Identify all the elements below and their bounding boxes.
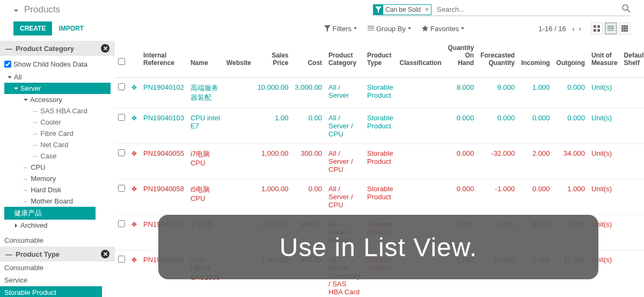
cell-class [396, 144, 444, 179]
drag-handle-icon[interactable]: ✥ [131, 221, 137, 228]
row-checkbox[interactable] [118, 256, 125, 263]
col-cat[interactable]: Product Category [325, 41, 364, 78]
import-button[interactable]: IMPORT [58, 25, 84, 32]
table-row[interactable]: ✥PN19040102高端服务器装配10,000.003,000.00All /… [115, 78, 644, 108]
cell-cat[interactable]: All / Server [325, 78, 364, 108]
breadcrumb-toggle-icon[interactable] [13, 7, 19, 12]
cell-type: Storable Product [364, 144, 396, 179]
group-by-button[interactable]: Group By [368, 25, 411, 33]
pt-storable[interactable]: Storable Product [0, 286, 102, 297]
col-sales[interactable]: Sales Price [254, 41, 292, 78]
col-uom[interactable]: Unit of Measure [588, 41, 621, 78]
cell-fq: -32.000 [477, 144, 518, 179]
svg-rect-4 [594, 29, 596, 32]
cell-class [396, 179, 444, 215]
table-row[interactable]: ✥PN19040055i7电脑CPU1,000.00300.00All / Se… [115, 144, 644, 179]
col-type[interactable]: Product Type [364, 41, 396, 78]
row-checkbox[interactable] [118, 149, 125, 156]
search-icon[interactable] [622, 4, 631, 15]
search-input[interactable] [435, 3, 622, 16]
cell-cost: 300.00 [291, 144, 325, 179]
row-checkbox[interactable] [118, 185, 125, 192]
cell-class [396, 78, 444, 108]
category-consumable[interactable]: Consumable [0, 234, 115, 247]
cell-qoh: 0.000 [445, 144, 478, 179]
cell-ref[interactable]: PN19040055 [140, 144, 187, 179]
tree-hard-disk[interactable]: Hard Disk [4, 184, 111, 195]
col-ref[interactable]: Internal Reference [140, 41, 187, 78]
pager-next-icon[interactable]: › [579, 25, 581, 33]
cell-fq: -1.000 [477, 179, 518, 215]
cell-website [223, 108, 254, 144]
col-name[interactable]: Name [187, 41, 223, 78]
cell-cat[interactable]: All / Server / CPU [325, 179, 364, 215]
col-cost[interactable]: Cost [291, 41, 325, 78]
table-row[interactable]: ✥PN19040058i5电脑CPU1,000.000.00All / Serv… [115, 179, 644, 215]
col-out[interactable]: Outgoing [553, 41, 588, 78]
cell-in: 0.000 [518, 179, 553, 215]
table-row[interactable]: ✥PN19040103CPU intel E71.000.00All / Ser… [115, 108, 644, 144]
close-panel-icon[interactable]: ✕ [101, 44, 109, 53]
product-type-panel-header[interactable]: — Product Type ✕ [0, 247, 115, 262]
tree-mother-board[interactable]: Mother Board [4, 195, 111, 207]
cell-name[interactable]: i5电脑CPU [187, 179, 223, 215]
tree-case[interactable]: Case [4, 150, 111, 162]
drag-handle-icon[interactable]: ✥ [131, 150, 137, 157]
favorites-button[interactable]: Favorites [422, 25, 464, 33]
tree-health[interactable]: 健康产品 [4, 207, 96, 220]
col-website[interactable]: Website [223, 41, 254, 78]
svg-rect-9 [621, 27, 624, 30]
tree-accessory[interactable]: Accessory [4, 94, 111, 105]
cell-ref[interactable]: PN19040058 [140, 179, 187, 215]
svg-rect-8 [626, 25, 628, 27]
pt-consumable[interactable]: Consumable [0, 262, 115, 274]
tree-cooler[interactable]: Cooler [4, 117, 111, 128]
search-filter-tag[interactable]: Can be Sold × [373, 4, 431, 15]
cell-name[interactable]: i7电脑CPU [187, 144, 223, 179]
svg-rect-6 [621, 25, 624, 27]
drag-handle-icon[interactable]: ✥ [131, 256, 137, 264]
cell-name[interactable]: CPU intel E7 [187, 108, 223, 144]
cell-type: Storable Product [364, 78, 396, 108]
grid-view-button[interactable] [619, 23, 631, 34]
tree-server[interactable]: Server [4, 83, 111, 94]
cell-cat[interactable]: All / Server / CPU [325, 144, 364, 179]
col-shelf[interactable]: Default Shelf [621, 41, 644, 78]
cell-ref[interactable]: PN19040102 [140, 78, 187, 108]
row-checkbox[interactable] [118, 114, 125, 121]
cell-cat[interactable]: All / Server / CPU [325, 108, 364, 144]
drag-handle-icon[interactable]: ✥ [131, 185, 137, 193]
tree-sas-hba[interactable]: SAS HBA Card [4, 105, 111, 117]
cell-ref[interactable]: PN19040103 [140, 108, 187, 144]
remove-filter-icon[interactable]: × [423, 6, 431, 13]
filters-button[interactable]: Filters [324, 25, 357, 33]
cell-name[interactable]: 高端服务器装配 [187, 78, 223, 108]
tree-netcard[interactable]: Net Card [4, 139, 111, 150]
create-button[interactable]: CREATE [13, 21, 52, 35]
pt-service[interactable]: Service [0, 274, 115, 286]
cell-sales: 1,000.00 [254, 179, 292, 215]
show-child-checkbox[interactable]: Show Child Nodes Data [4, 59, 111, 71]
tree-fibre[interactable]: Fibre Card [4, 128, 111, 139]
product-category-panel-header[interactable]: — Product Category ✕ [0, 41, 115, 56]
pager-prev-icon[interactable]: ‹ [572, 25, 574, 33]
close-panel-icon[interactable]: ✕ [101, 250, 109, 258]
drag-handle-icon[interactable]: ✥ [131, 84, 137, 91]
tree-cpu[interactable]: CPU [4, 162, 111, 173]
search-bar[interactable]: Can be Sold × [373, 3, 631, 16]
tree-archived[interactable]: Archived [4, 220, 111, 231]
kanban-view-button[interactable] [591, 23, 603, 34]
row-checkbox[interactable] [118, 220, 125, 227]
list-view-button[interactable] [605, 23, 617, 34]
col-in[interactable]: Incoming [518, 41, 553, 78]
cell-uom: Unit(s) [588, 108, 621, 144]
col-class[interactable]: Classification [396, 41, 444, 78]
col-qoh[interactable]: Quantity On Hand [445, 41, 478, 78]
select-all-checkbox[interactable] [118, 58, 125, 65]
row-checkbox[interactable] [118, 83, 125, 90]
cell-class [396, 108, 444, 144]
col-fq[interactable]: Forecasted Quantity [477, 41, 518, 78]
drag-handle-icon[interactable]: ✥ [131, 114, 137, 122]
tree-all[interactable]: All [4, 71, 111, 83]
tree-memory[interactable]: Memory [4, 173, 111, 184]
